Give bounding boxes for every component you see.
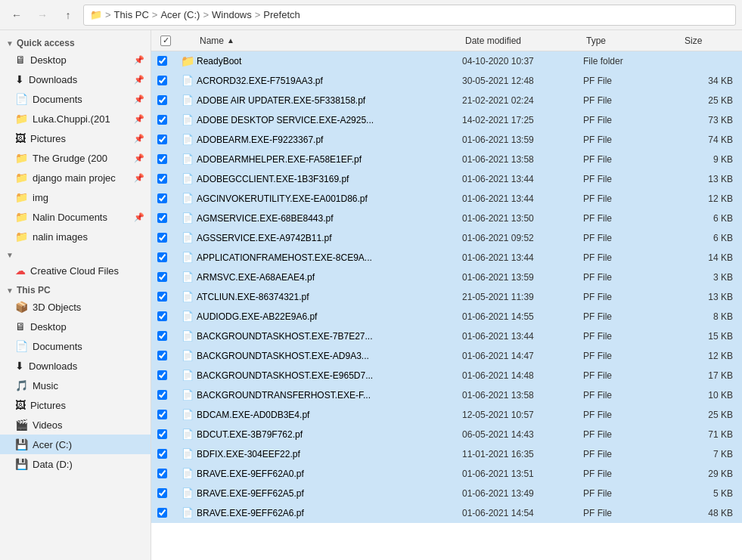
table-row[interactable]: 📄 BDCUT.EXE-3B79F762.pf 06-05-2021 14:43… (151, 425, 742, 444)
row-checkbox[interactable] (157, 272, 167, 282)
sidebar-item-videos[interactable]: 🎬 Videos (0, 415, 151, 435)
sidebar-item-documents-qa[interactable]: 📄 Documents 📌 (0, 89, 151, 109)
table-row[interactable]: 📄 BACKGROUNDTASKHOST.EXE-AD9A3... 01-06-… (151, 346, 742, 366)
row-type: PF File (583, 252, 681, 263)
sidebar-item-nalin-images[interactable]: 📁 nalin images (0, 227, 151, 246)
table-row[interactable]: 📄 BACKGROUNDTASKHOST.EXE-E965D7... 01-06… (151, 366, 742, 385)
row-checkbox[interactable] (157, 331, 167, 341)
size-column-header[interactable]: Size (681, 30, 742, 51)
row-checkbox[interactable] (157, 174, 167, 184)
table-row[interactable]: 📄 ARMSVC.EXE-A68AEAE4.pf 01-06-2021 13:5… (151, 268, 742, 287)
table-row[interactable]: 📁 ReadyBoot 04-10-2020 10:37 File folder (151, 51, 742, 71)
forward-button[interactable]: → (32, 5, 53, 26)
row-name: ARMSVC.EXE-A68AEAE4.pf (197, 272, 462, 283)
row-checkbox[interactable] (157, 154, 167, 164)
row-checkbox[interactable] (157, 429, 167, 439)
row-checkbox[interactable] (157, 370, 167, 380)
row-size: 15 KB (681, 331, 742, 342)
sidebar-item-creative-cloud[interactable]: ☁ Creative Cloud Files (0, 261, 151, 280)
table-row[interactable]: 📄 BRAVE.EXE-9EFF62A6.pf 01-06-2021 14:54… (151, 503, 742, 523)
check-all-checkbox[interactable] (160, 36, 171, 46)
breadcrumb-prefetch[interactable]: Prefetch (263, 9, 300, 20)
row-checkbox[interactable] (157, 95, 167, 105)
table-row[interactable]: 📄 ADOBEARMHELPER.EXE-FA58E1EF.pf 01-06-2… (151, 150, 742, 169)
sidebar-item-acer-c[interactable]: 💾 Acer (C:) (0, 435, 151, 454)
row-checkbox[interactable] (157, 115, 167, 125)
sidebar-item-nalin-docs[interactable]: 📁 Nalin Documents 📌 (0, 207, 151, 227)
date-column-header[interactable]: Date modified (462, 30, 583, 51)
back-button[interactable]: ← (6, 5, 27, 26)
table-row[interactable]: 📄 ACRORD32.EXE-F7519AA3.pf 30-05-2021 12… (151, 71, 742, 91)
sidebar-item-desktop-qa[interactable]: 🖥 Desktop 📌 (0, 50, 151, 70)
up-button[interactable]: ↑ (57, 5, 79, 26)
sidebar-item-pictures-pc[interactable]: 🖼 Pictures (0, 395, 151, 415)
row-checkbox[interactable] (157, 56, 167, 66)
table-row[interactable]: 📄 BACKGROUNDTASKHOST.EXE-7B7E27... 01-06… (151, 326, 742, 346)
table-row[interactable]: 📄 BDCAM.EXE-AD0DB3E4.pf 12-05-2021 10:57… (151, 405, 742, 425)
table-row[interactable]: 📄 BRAVE.EXE-9EFF62A5.pf 01-06-2021 13:49… (151, 484, 742, 503)
row-checkbox[interactable] (157, 311, 167, 321)
file-icon: 📄 (182, 212, 194, 224)
table-row[interactable]: 📄 ADOBE DESKTOP SERVICE.EXE-A2925... 14-… (151, 110, 742, 130)
row-icon-cell: 📄 (179, 232, 197, 243)
row-checkbox[interactable] (157, 410, 167, 419)
breadcrumb-this-pc[interactable]: This PC (114, 9, 149, 20)
file-icon: 📄 (182, 291, 194, 302)
check-all-header[interactable] (157, 30, 179, 51)
table-row[interactable]: 📄 BDFIX.EXE-304EEF22.pf 11-01-2021 16:35… (151, 444, 742, 464)
row-checkbox[interactable] (157, 469, 167, 478)
quick-access-header[interactable]: ▼ Quick access (0, 33, 151, 50)
sidebar-item-label: Documents (33, 94, 134, 105)
row-name: ADOBE DESKTOP SERVICE.EXE-A2925... (197, 115, 462, 125)
breadcrumb[interactable]: 📁 > This PC > Acer (C:) > Windows > Pref… (83, 5, 736, 26)
table-row[interactable]: 📄 ADOBEARM.EXE-F9223367.pf 01-06-2021 13… (151, 130, 742, 150)
table-row[interactable]: 📄 AUDIODG.EXE-AB22E9A6.pf 01-06-2021 14:… (151, 307, 742, 326)
sidebar-item-documents-pc[interactable]: 📄 Documents (0, 336, 151, 356)
table-row[interactable]: 📄 AGMSERVICE.EXE-68BE8443.pf 01-06-2021 … (151, 209, 742, 228)
table-row[interactable]: 📄 APPLICATIONFRAMEHOST.EXE-8CE9A... 01-0… (151, 248, 742, 268)
row-checkbox[interactable] (157, 76, 167, 85)
table-row[interactable]: 📄 ATCLIUN.EXE-86374321.pf 21-05-2021 11:… (151, 287, 742, 307)
row-checkbox[interactable] (157, 390, 167, 400)
row-checkbox[interactable] (157, 508, 167, 518)
sidebar-item-music[interactable]: 🎵 Music (0, 376, 151, 395)
documents-icon: 📄 (15, 93, 28, 105)
row-checkbox[interactable] (157, 449, 167, 459)
row-checkbox[interactable] (157, 351, 167, 360)
table-row[interactable]: 📄 ADOBE AIR UPDATER.EXE-5F338158.pf 21-0… (151, 91, 742, 110)
sidebar-item-label: 3D Objects (33, 302, 144, 313)
row-checkbox[interactable] (157, 135, 167, 144)
sidebar-item-downloads-qa[interactable]: ⬇ Downloads 📌 (0, 70, 151, 89)
sidebar-item-grudge[interactable]: 📁 The Grudge (200 📌 (0, 148, 151, 168)
sidebar-item-downloads-pc[interactable]: ⬇ Downloads (0, 356, 151, 376)
breadcrumb-acer-c[interactable]: Acer (C:) (160, 9, 200, 20)
row-checkbox[interactable] (157, 193, 167, 203)
name-column-header[interactable]: Name ▲ (197, 30, 462, 51)
sidebar-item-desktop-pc[interactable]: 🖥 Desktop (0, 317, 151, 336)
sidebar-item-pictures-qa[interactable]: 🖼 Pictures 📌 (0, 128, 151, 148)
table-row[interactable]: 📄 AGSSERVICE.EXE-A9742B11.pf 01-06-2021 … (151, 228, 742, 248)
creative-cloud-header[interactable]: ▼ (0, 246, 151, 261)
row-icon-cell: 📄 (179, 350, 197, 361)
row-checkbox[interactable] (157, 488, 167, 498)
sidebar-item-django[interactable]: 📁 django main projec 📌 (0, 168, 151, 187)
table-row[interactable]: 📄 BACKGROUNDTRANSFERHOST.EXE-F... 01-06-… (151, 385, 742, 405)
table-row[interactable]: 📄 BRAVE.EXE-9EFF62A0.pf 01-06-2021 13:51… (151, 464, 742, 484)
type-column-header[interactable]: Type (583, 30, 681, 51)
breadcrumb-windows[interactable]: Windows (212, 9, 252, 20)
row-checkbox[interactable] (157, 252, 167, 262)
sidebar-item-luka[interactable]: 📁 Luka.Chuppi.(201 📌 (0, 109, 151, 128)
sidebar-item-3dobjects[interactable]: 📦 3D Objects (0, 297, 151, 317)
row-name: BDFIX.EXE-304EEF22.pf (197, 449, 462, 459)
row-icon-cell: 📄 (179, 409, 197, 420)
sidebar-item-img[interactable]: 📁 img (0, 187, 151, 207)
row-checkbox[interactable] (157, 213, 167, 223)
table-row[interactable]: 📄 AGCINVOKERUTILITY.EXE-EA001D86.pf 01-0… (151, 189, 742, 209)
row-icon-cell: 📄 (179, 468, 197, 479)
sidebar-item-data-d[interactable]: 💾 Data (D:) (0, 454, 151, 474)
this-pc-header[interactable]: ▼ This PC (0, 280, 151, 297)
row-checkbox[interactable] (157, 233, 167, 243)
row-size: 12 KB (681, 193, 742, 204)
row-checkbox[interactable] (157, 292, 167, 302)
table-row[interactable]: 📄 ADOBEGCCLIENT.EXE-1B3F3169.pf 01-06-20… (151, 169, 742, 189)
